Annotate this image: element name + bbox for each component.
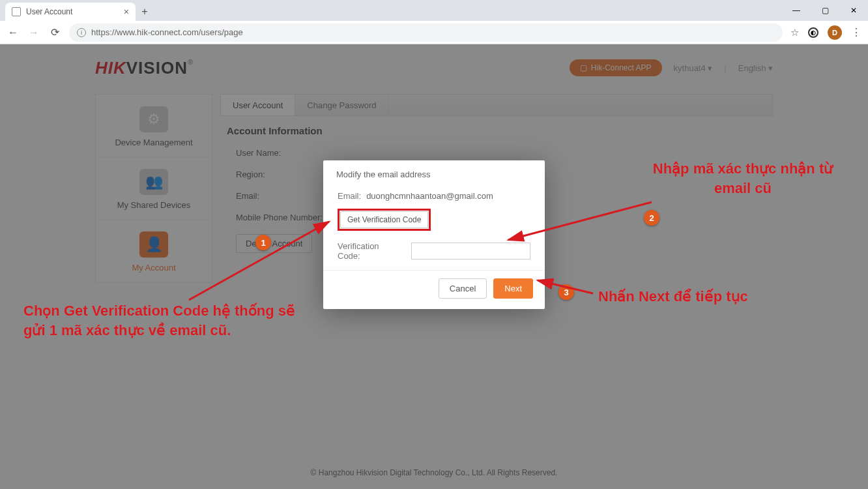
close-tab-icon[interactable]: × — [124, 7, 129, 17]
back-button[interactable]: ← — [7, 27, 20, 38]
site-info-icon[interactable]: i — [77, 28, 86, 37]
tab-title: User Account — [26, 7, 72, 16]
browser-tab-strip: User Account × + — ▢ ✕ — [0, 0, 868, 21]
dialog-title: Modify the email address — [323, 160, 545, 186]
close-window-button[interactable]: ✕ — [839, 0, 868, 21]
new-tab-button[interactable]: + — [136, 3, 154, 21]
extension-icon[interactable]: ◐ — [808, 27, 818, 38]
dialog-email-value: duonghcmnhaantoan@gmail.com — [366, 191, 493, 201]
forward-button[interactable]: → — [27, 27, 40, 38]
verification-code-input[interactable] — [411, 243, 530, 259]
browser-menu-icon[interactable]: ⋮ — [851, 26, 861, 38]
maximize-button[interactable]: ▢ — [811, 0, 839, 21]
reload-button[interactable]: ⟳ — [48, 26, 61, 38]
cancel-button[interactable]: Cancel — [439, 278, 487, 299]
modify-email-dialog: Modify the email address Email: duonghcm… — [323, 160, 545, 309]
dialog-email-row: Email: duonghcmnhaantoan@gmail.com — [338, 191, 530, 201]
dialog-verification-row: Verification Code: — [338, 241, 530, 261]
next-button[interactable]: Next — [493, 278, 533, 299]
window-controls: — ▢ ✕ — [782, 0, 868, 21]
bookmark-icon[interactable]: ☆ — [790, 27, 799, 38]
annotation-highlight-box: Get Verification Code — [338, 209, 431, 231]
profile-avatar[interactable]: D — [828, 25, 842, 40]
browser-toolbar: ← → ⟳ i https://www.hik-connect.com/user… — [0, 21, 868, 44]
page-icon — [12, 7, 21, 16]
get-verification-code-button[interactable]: Get Verification Code — [340, 211, 428, 228]
minimize-button[interactable]: — — [782, 0, 811, 21]
address-bar[interactable]: i https://www.hik-connect.com/users/page — [69, 23, 783, 42]
browser-tab[interactable]: User Account × — [5, 3, 136, 21]
url-text: https://www.hik-connect.com/users/page — [91, 27, 243, 37]
